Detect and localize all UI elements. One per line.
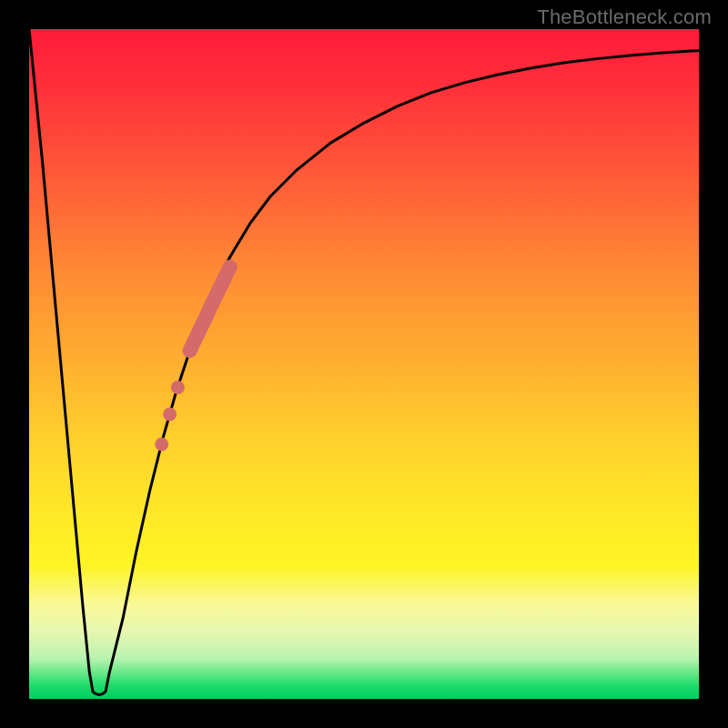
chart-frame: TheBottleneck.com bbox=[0, 0, 728, 728]
risk-dot-3 bbox=[155, 438, 168, 451]
risk-range-segment bbox=[190, 267, 230, 350]
bottleneck-curve bbox=[29, 29, 699, 695]
risk-dot-1 bbox=[171, 380, 185, 394]
watermark-text: TheBottleneck.com bbox=[537, 5, 712, 29]
chart-svg bbox=[29, 29, 699, 699]
plot-area bbox=[29, 29, 699, 699]
risk-dot-2 bbox=[163, 408, 177, 421]
